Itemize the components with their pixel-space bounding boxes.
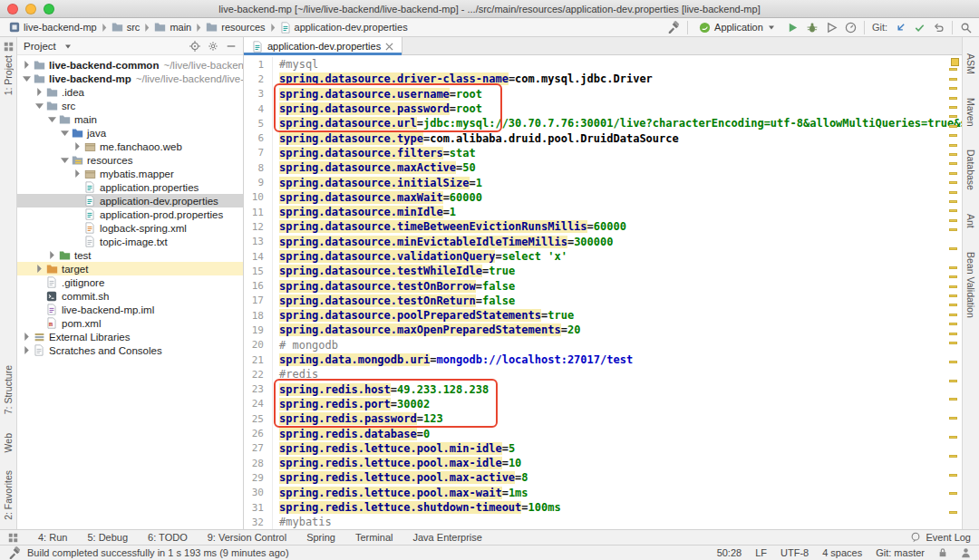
code-line-14[interactable]: 14spring.datasource.validationQuery=sele… bbox=[244, 249, 962, 264]
tree-item-application-prod-properties[interactable]: application-prod.properties bbox=[17, 208, 243, 221]
tree-item-src[interactable]: src bbox=[17, 99, 243, 112]
warning-stripe-mark[interactable] bbox=[949, 275, 957, 278]
warning-stripe-mark[interactable] bbox=[949, 200, 957, 203]
warning-stripe-mark[interactable] bbox=[949, 191, 957, 194]
code-editor[interactable]: 1#mysql2spring.datasource.driver-class-n… bbox=[244, 55, 962, 529]
tree-item-pom-xml[interactable]: mpom.xml bbox=[17, 316, 243, 330]
code-line-7[interactable]: 7spring.datasource.filters=stat bbox=[244, 146, 962, 160]
warning-stripe-mark[interactable] bbox=[949, 285, 957, 288]
toolwindow-4-run[interactable]: 4: Run bbox=[38, 532, 67, 543]
inspections-indicator[interactable] bbox=[951, 58, 959, 66]
toolwindow-6-todo[interactable]: 6: TODO bbox=[148, 532, 188, 543]
code-line-18[interactable]: 18spring.datasource.poolPreparedStatemen… bbox=[244, 308, 962, 323]
tool-tab-maven[interactable]: Maven bbox=[965, 98, 976, 127]
commit-button[interactable] bbox=[914, 22, 926, 34]
warning-stripe-mark[interactable] bbox=[949, 398, 957, 401]
lock-icon[interactable] bbox=[938, 547, 947, 558]
code-line-25[interactable]: 25spring.redis.password=123 bbox=[244, 411, 962, 426]
tree-item-live-backend-mp-iml[interactable]: live-backend-mp.iml bbox=[17, 303, 243, 316]
chevron-right-icon[interactable] bbox=[21, 346, 32, 354]
code-line-11[interactable]: 11spring.datasource.minIdle=1 bbox=[244, 205, 962, 219]
code-line-28[interactable]: 28spring.redis.lettuce.pool.max-idle=10 bbox=[244, 456, 962, 470]
tool-tab-7-structure[interactable]: 7: Structure bbox=[3, 365, 14, 414]
warning-stripe-mark[interactable] bbox=[949, 342, 957, 344]
file-encoding[interactable]: UTF-8 bbox=[780, 547, 809, 558]
indent-setting[interactable]: 4 spaces bbox=[822, 547, 862, 558]
code-line-10[interactable]: 10spring.datasource.maxWait=60000 bbox=[244, 190, 962, 205]
chevron-down-icon[interactable] bbox=[34, 101, 44, 110]
tool-tab-1-project[interactable]: 1: Project bbox=[3, 55, 14, 95]
tree-item-test[interactable]: test bbox=[17, 248, 243, 262]
warning-stripe-mark[interactable] bbox=[949, 247, 957, 250]
warning-stripe-mark[interactable] bbox=[949, 304, 957, 306]
chevron-down-icon[interactable] bbox=[59, 129, 70, 137]
warning-stripe-mark[interactable] bbox=[949, 209, 957, 212]
tool-tab-asm[interactable]: ASM bbox=[965, 53, 976, 74]
warning-stripe-mark[interactable] bbox=[949, 78, 957, 81]
code-line-23[interactable]: 23spring.redis.host=49.233.128.238 bbox=[244, 382, 962, 397]
warning-stripe-mark[interactable] bbox=[949, 153, 957, 156]
breadcrumb-application-dev-properties[interactable]: application-dev.properties bbox=[278, 21, 410, 34]
tool-tab-ant[interactable]: Ant bbox=[965, 214, 976, 228]
breadcrumb-live-backend-mp[interactable]: live-backend-mp bbox=[7, 21, 99, 34]
project-panel-title[interactable]: Project bbox=[24, 41, 56, 52]
chevron-right-icon[interactable] bbox=[72, 169, 82, 178]
toolwindow-switcher-icon[interactable] bbox=[8, 533, 18, 543]
warning-stripe-mark[interactable] bbox=[949, 87, 957, 90]
tree-item-mybatis-mapper[interactable]: mybatis.mapper bbox=[17, 167, 243, 180]
code-line-6[interactable]: 6spring.datasource.type=com.alibaba.drui… bbox=[244, 130, 962, 145]
code-line-27[interactable]: 27spring.redis.lettuce.pool.min-idle=5 bbox=[244, 441, 962, 456]
toolwindow-spring[interactable]: Spring bbox=[306, 532, 335, 543]
locate-icon[interactable] bbox=[189, 41, 200, 52]
code-line-8[interactable]: 8spring.datasource.maxActive=50 bbox=[244, 160, 962, 175]
tree-item-logback-spring-xml[interactable]: logback-spring.xml bbox=[17, 221, 243, 235]
warning-stripe-mark[interactable] bbox=[949, 172, 957, 175]
warning-stripe-mark[interactable] bbox=[949, 266, 957, 269]
warning-stripe-mark[interactable] bbox=[949, 97, 957, 100]
tree-item-scratches-and-consoles[interactable]: Scratches and Consoles bbox=[17, 343, 243, 357]
warning-stripe-mark[interactable] bbox=[949, 106, 957, 109]
chevron-down-icon[interactable] bbox=[21, 74, 32, 82]
event-log-button[interactable]: Event Log bbox=[910, 532, 971, 543]
warning-stripe-mark[interactable] bbox=[949, 511, 957, 514]
tree-item-live-backend-mp[interactable]: live-backend-mp~/live/live-backend/live- bbox=[17, 72, 243, 85]
code-line-24[interactable]: 24spring.redis.port=30002 bbox=[244, 397, 962, 411]
warning-stripe-mark[interactable] bbox=[949, 181, 957, 184]
run-configuration-selector[interactable]: Application bbox=[695, 21, 780, 34]
code-line-32[interactable]: 32#mybatis bbox=[244, 515, 962, 529]
warning-stripe-mark[interactable] bbox=[949, 492, 957, 495]
code-line-4[interactable]: 4spring.datasource.password=root bbox=[244, 101, 962, 116]
tree-item-gitignore[interactable]: .gitignore bbox=[17, 275, 243, 289]
line-ending[interactable]: LF bbox=[755, 547, 767, 558]
chevron-right-icon[interactable] bbox=[46, 251, 57, 259]
warning-stripe-mark[interactable] bbox=[949, 333, 957, 335]
code-line-12[interactable]: 12spring.datasource.timeBetweenEvictionR… bbox=[244, 219, 962, 234]
breadcrumb-main[interactable]: main bbox=[152, 21, 193, 34]
warning-stripe-mark[interactable] bbox=[949, 125, 957, 128]
profiler-button[interactable] bbox=[845, 22, 857, 34]
warning-stripe-mark[interactable] bbox=[949, 115, 957, 118]
tool-tab-database[interactable]: Database bbox=[965, 150, 976, 190]
tree-item-idea[interactable]: .idea bbox=[17, 85, 243, 99]
hide-panel-icon[interactable] bbox=[226, 41, 237, 52]
warning-stripe-mark[interactable] bbox=[949, 144, 957, 147]
hector-icon[interactable] bbox=[961, 547, 971, 558]
warning-stripe-mark[interactable] bbox=[949, 417, 957, 420]
warning-stripe-mark[interactable] bbox=[949, 380, 957, 382]
code-line-1[interactable]: 1#mysql bbox=[244, 57, 962, 72]
code-line-17[interactable]: 17spring.datasource.testOnReturn=false bbox=[244, 294, 962, 308]
chevron-right-icon[interactable] bbox=[21, 333, 32, 341]
code-line-15[interactable]: 15spring.datasource.testWhileIdle=true bbox=[244, 264, 962, 278]
warning-stripe-mark[interactable] bbox=[949, 455, 957, 458]
toolwindow-9-version-control[interactable]: 9: Version Control bbox=[208, 532, 286, 543]
code-line-19[interactable]: 19spring.datasource.maxOpenPreparedState… bbox=[244, 323, 962, 337]
tree-item-commit-sh[interactable]: commit.sh bbox=[17, 289, 243, 303]
code-line-13[interactable]: 13spring.datasource.minEvictableIdleTime… bbox=[244, 235, 962, 249]
warning-stripe-mark[interactable] bbox=[949, 219, 957, 222]
chevron-down-icon[interactable] bbox=[59, 156, 70, 164]
tree-item-live-backend-common[interactable]: live-backend-common~/live/live-backend bbox=[17, 58, 243, 72]
warning-stripe-mark[interactable] bbox=[949, 474, 957, 477]
tool-tab-web[interactable]: Web bbox=[3, 433, 14, 452]
chevron-right-icon[interactable] bbox=[21, 61, 32, 69]
tree-item-topic-image-txt[interactable]: topic-image.txt bbox=[17, 235, 243, 248]
